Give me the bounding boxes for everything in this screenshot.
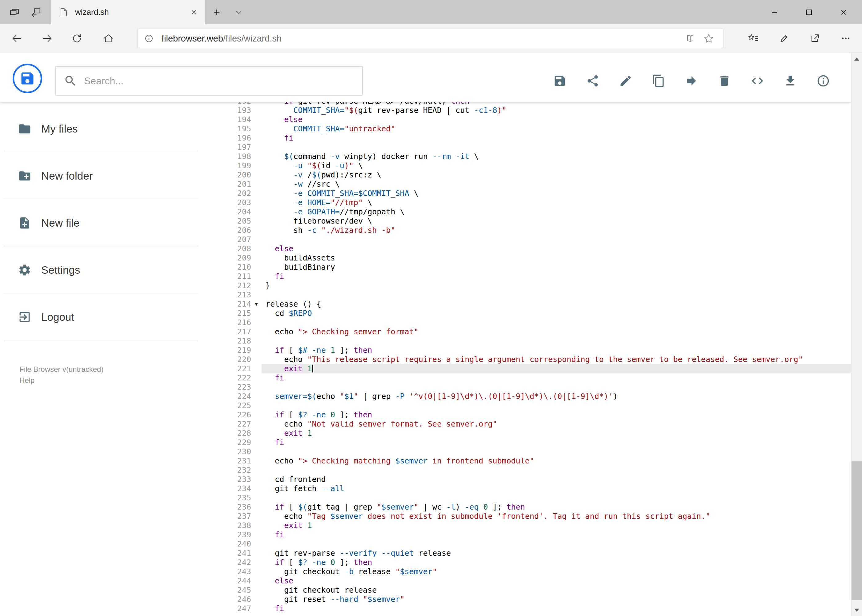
sidebar-item-settings[interactable]: Settings [0, 246, 203, 293]
minimize-button[interactable] [757, 0, 792, 24]
code-line-206[interactable]: 206 sh -c "./wizard.sh -b" [203, 226, 851, 235]
code-line-198[interactable]: 198 $(command -v winpty) docker run --rm… [203, 152, 851, 161]
code-line-214[interactable]: 214▾release () { [203, 300, 851, 309]
search-input[interactable] [84, 75, 360, 87]
address-bar[interactable]: filebrowser.web/files/wizard.sh [137, 28, 724, 48]
code-line-234[interactable]: 234 git fetch --all [203, 484, 851, 493]
delete-button[interactable] [708, 69, 741, 93]
code-line-194[interactable]: 194 else [203, 115, 851, 124]
code-line-197[interactable]: 197 [203, 143, 851, 152]
code-line-238[interactable]: 238 exit 1 [203, 521, 851, 530]
code-line-215[interactable]: 215 cd $REPO [203, 309, 851, 318]
code-line-240[interactable]: 240 [203, 539, 851, 548]
code-line-213[interactable]: 213 [203, 290, 851, 300]
help-link[interactable]: Help [19, 376, 35, 385]
code-line-223[interactable]: 223 [203, 383, 851, 392]
code-line-210[interactable]: 210 buildBinary [203, 262, 851, 272]
code-line-200[interactable]: 200 -v /$(pwd):/src:z \ [203, 170, 851, 179]
code-line-236[interactable]: 236 if [ $(git tag | grep "$semver" | wc… [203, 503, 851, 512]
code-line-228[interactable]: 228 exit 1 [203, 429, 851, 438]
code-line-196[interactable]: 196 fi [203, 134, 851, 143]
code-line-233[interactable]: 233 cd frontend [203, 475, 851, 484]
search-box[interactable] [55, 66, 363, 96]
code-line-203[interactable]: 203 -e HOME="//tmp" \ [203, 198, 851, 207]
code-line-227[interactable]: 227 echo "Not valid semver format. See s… [203, 420, 851, 429]
code-line-218[interactable]: 218 [203, 336, 851, 346]
code-line-205[interactable]: 205 filebrowser/dev \ [203, 217, 851, 226]
code-line-246[interactable]: 246 git reset --hard "$semver" [203, 595, 851, 604]
code-line-237[interactable]: 237 echo "Tag $semver does not exist in … [203, 512, 851, 521]
code-editor[interactable]: 192 if git rev-parse HEAD &> /dev/null; … [203, 102, 851, 616]
code-button[interactable] [741, 69, 774, 93]
code-line-202[interactable]: 202 -e COMMIT_SHA=$COMMIT_SHA \ [203, 189, 851, 198]
code-line-219[interactable]: 219 if [ $# -ne 1 ]; then [203, 346, 851, 355]
favorite-button[interactable] [700, 30, 718, 47]
scroll-down-button[interactable] [851, 605, 862, 615]
fold-marker-icon[interactable]: ▾ [251, 300, 262, 309]
code-line-225[interactable]: 225 [203, 401, 851, 410]
share-page-button[interactable] [799, 24, 830, 53]
maximize-button[interactable] [792, 0, 826, 24]
set-tabs-aside-button[interactable] [26, 0, 46, 24]
filebrowser-logo[interactable] [13, 64, 42, 93]
favorites-hub-button[interactable] [738, 24, 769, 53]
code-line-239[interactable]: 239 fi [203, 530, 851, 539]
tabs-aside-list-button[interactable] [4, 0, 25, 24]
code-line-243[interactable]: 243 git checkout -b release "$semver" [203, 567, 851, 576]
code-line-208[interactable]: 208 else [203, 244, 851, 253]
code-line-222[interactable]: 222 fi [203, 373, 851, 383]
download-button[interactable] [774, 69, 807, 93]
more-button[interactable] [830, 24, 861, 53]
web-note-button[interactable] [769, 24, 799, 53]
new-tab-button[interactable] [207, 0, 227, 24]
sidebar-item-my-files[interactable]: My files [0, 105, 203, 152]
code-line-229[interactable]: 229 fi [203, 438, 851, 447]
code-line-232[interactable]: 232 [203, 466, 851, 475]
code-line-235[interactable]: 235 [203, 493, 851, 503]
info-icon[interactable] [144, 33, 154, 44]
code-line-247[interactable]: 247 fi [203, 604, 851, 613]
code-line-192[interactable]: 192 if git rev-parse HEAD &> /dev/null; … [203, 102, 851, 106]
code-line-220[interactable]: 220 echo "This release script requires a… [203, 355, 851, 364]
code-line-241[interactable]: 241 git rev-parse --verify --quiet relea… [203, 548, 851, 558]
edit-button[interactable] [609, 69, 642, 93]
move-button[interactable] [675, 69, 708, 93]
save-button[interactable] [543, 69, 576, 93]
code-line-231[interactable]: 231 echo "> Checking matching $semver in… [203, 456, 851, 466]
share-button[interactable] [576, 69, 609, 93]
code-line-244[interactable]: 244 else [203, 576, 851, 586]
tab-preview-toggle-button[interactable] [229, 0, 249, 24]
code-line-216[interactable]: 216 [203, 318, 851, 327]
code-line-193[interactable]: 193 COMMIT_SHA="$(git rev-parse HEAD | c… [203, 106, 851, 115]
code-line-195[interactable]: 195 COMMIT_SHA="untracked" [203, 124, 851, 134]
browser-tab[interactable]: wizard.sh [51, 0, 205, 24]
code-line-226[interactable]: 226 if [ $? -ne 0 ]; then [203, 410, 851, 420]
refresh-button[interactable] [66, 28, 87, 49]
sidebar-item-new-file[interactable]: New file [0, 199, 203, 246]
code-line-209[interactable]: 209 buildAssets [203, 253, 851, 262]
sidebar-item-logout[interactable]: Logout [0, 293, 203, 341]
info-button[interactable] [807, 69, 840, 93]
code-line-212[interactable]: 212} [203, 281, 851, 290]
scroll-up-button[interactable] [851, 54, 862, 64]
code-line-199[interactable]: 199 -u "$(id -u)" \ [203, 161, 851, 170]
copy-button[interactable] [642, 69, 675, 93]
tab-close-button[interactable] [187, 6, 201, 19]
code-line-211[interactable]: 211 fi [203, 272, 851, 281]
code-line-201[interactable]: 201 -w //src \ [203, 179, 851, 189]
code-line-221[interactable]: 221 exit 1 [203, 364, 851, 373]
home-button[interactable] [98, 28, 119, 49]
code-line-207[interactable]: 207 [203, 235, 851, 244]
close-window-button[interactable] [826, 0, 861, 24]
code-line-245[interactable]: 245 git checkout release [203, 586, 851, 595]
scrollbar-thumb[interactable] [851, 461, 862, 600]
code-line-230[interactable]: 230 [203, 447, 851, 456]
forward-button[interactable] [37, 28, 58, 49]
page-scrollbar[interactable] [851, 53, 862, 616]
code-line-242[interactable]: 242 if [ $? -ne 0 ]; then [203, 558, 851, 567]
sidebar-item-new-folder[interactable]: New folder [0, 152, 203, 199]
back-button[interactable] [6, 28, 27, 49]
code-line-204[interactable]: 204 -e GOPATH=//tmp/gopath \ [203, 207, 851, 217]
code-line-224[interactable]: 224 semver=$(echo "$1" | grep -P '^v(0|[… [203, 392, 851, 401]
reading-view-button[interactable] [681, 30, 700, 47]
